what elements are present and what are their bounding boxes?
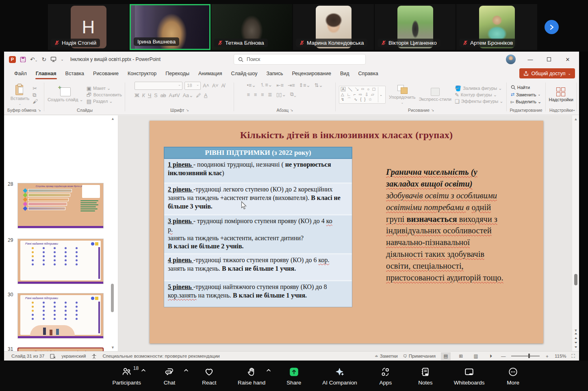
toolbar-more-button[interactable]: More <box>502 366 525 386</box>
customize-qat-icon[interactable]: ⌄ <box>61 57 64 61</box>
underline-icon[interactable]: Ч <box>148 93 151 98</box>
table-row-level-4[interactable]: 4 рівень -труднощі тяжкого ступеня прояв… <box>164 253 352 280</box>
previous-slide-button[interactable]: ⏶⏶ <box>572 332 579 341</box>
select-button[interactable]: ▻Выделить ⌄ <box>511 99 542 104</box>
participant-tile[interactable]: Вікторія Циганенко <box>375 4 456 50</box>
toolbar-share-button[interactable]: Share <box>282 366 305 386</box>
participant-tile[interactable]: ННадія Стогній <box>48 4 129 50</box>
paragraph-dialog-launcher[interactable]: ↘ <box>290 108 293 112</box>
new-slide-button[interactable]: Создать слайд ⌄ <box>48 87 83 102</box>
cut-icon[interactable]: ✂ <box>33 86 38 91</box>
line-spacing-icon[interactable]: ⇕≡⌄ <box>299 82 310 88</box>
section-button[interactable]: ▤Раздел ⌄ <box>87 99 122 104</box>
toolbar-participants-button[interactable]: 18Participants <box>112 366 141 386</box>
thumbs-scroll-down-icon[interactable]: ▼ <box>111 345 115 350</box>
maximize-button[interactable] <box>541 53 557 65</box>
tab-конструктор[interactable]: Конструктор <box>123 68 161 79</box>
table-row-level-2[interactable]: 2 рівень -труднощі легкого ступеню (КО) … <box>164 182 352 214</box>
align-center-icon[interactable]: ≡ <box>254 92 257 98</box>
zoom-in-button[interactable]: ＋ <box>545 353 550 359</box>
font-name-select[interactable] <box>135 82 182 90</box>
search-input[interactable]: Поиск <box>234 54 366 65</box>
toolbar-apps-button[interactable]: Apps <box>374 366 397 386</box>
addins-button[interactable]: Надстройки <box>549 87 573 102</box>
next-slide-button[interactable]: ⏷⏷ <box>572 341 579 350</box>
align-right-icon[interactable]: ≡ <box>261 92 264 98</box>
grow-font-icon[interactable]: A˄ <box>203 83 209 89</box>
tab-файл[interactable]: Файл <box>10 68 31 79</box>
chevron-up-icon[interactable] <box>184 369 189 372</box>
bullets-icon[interactable]: •≡⌄ <box>247 82 256 88</box>
zoom-level[interactable]: 115% <box>555 354 566 358</box>
tab-переходы[interactable]: Переходы <box>161 68 194 79</box>
tab-вид[interactable]: Вид <box>336 68 354 79</box>
next-participants-page-button[interactable] <box>545 20 559 34</box>
replace-button[interactable]: ⇄Заменить⌄ <box>511 92 542 97</box>
scrollbar-thumb[interactable] <box>574 274 577 285</box>
shapes-gallery-more-icon[interactable]: ⌄ <box>378 87 384 102</box>
slide-thumbnail-panel[interactable]: 28Ступінь прояву труднощів може бути різ… <box>4 115 118 351</box>
thumbs-scrollbar[interactable] <box>111 284 114 312</box>
char-spacing-icon[interactable]: A⇄V <box>169 92 180 98</box>
slide-right-textbox[interactable]: Гранична чисельність (у закладах вищої о… <box>386 166 506 284</box>
slide-number-indicator[interactable]: Слайд 31 из 37 <box>11 354 44 358</box>
shape-outline-button[interactable]: ✎Контур фигуры ⌄ <box>455 92 503 98</box>
toolbar-react-button[interactable]: React <box>198 366 221 386</box>
change-case-icon[interactable]: Aa⌄ <box>183 92 193 98</box>
justify-icon[interactable]: ≣ <box>268 91 272 98</box>
powerpoint-logo-icon[interactable]: P <box>9 56 16 63</box>
slide-area-scrollbar[interactable]: ▲ ▼ ⏶⏶ ⏷⏷ <box>572 115 579 351</box>
tab-справка[interactable]: Справка <box>354 68 383 79</box>
spell-check-icon[interactable] <box>50 354 56 359</box>
highlight-icon[interactable]: 🖉 <box>196 93 201 98</box>
chevron-up-icon[interactable] <box>141 369 146 372</box>
start-slideshow-icon[interactable] <box>50 56 56 62</box>
smartart-convert-icon[interactable]: ⧉⌄ <box>290 91 296 98</box>
shape-fill-button[interactable]: 🪣Заливка фигуры ⌄ <box>455 86 503 91</box>
decrease-indent-icon[interactable]: ⇤≡ <box>276 82 284 88</box>
strikethrough-icon[interactable]: ab <box>161 93 166 98</box>
increase-indent-icon[interactable]: ⇥≡ <box>288 82 295 88</box>
accessibility-status[interactable]: Специальные возможности: проверьте реком… <box>102 354 219 358</box>
font-size-select[interactable]: 18 <box>184 82 201 90</box>
slide-sorter-view-button[interactable]: ⊞ <box>456 352 466 360</box>
participant-tile[interactable]: Ірина Вишнева <box>130 4 210 50</box>
redo-icon[interactable]: ↻ <box>41 56 46 63</box>
tab-слайд-шоу[interactable]: Слайд-шоу <box>227 68 262 79</box>
tab-главная[interactable]: Главная <box>31 68 61 79</box>
account-avatar[interactable] <box>506 54 516 64</box>
drawing-dialog-launcher[interactable]: ↘ <box>431 108 434 112</box>
reading-view-button[interactable]: ▥ <box>471 352 481 360</box>
align-left-icon[interactable]: ≡ <box>247 92 250 98</box>
toolbar-ai-button[interactable]: AI Companion <box>322 366 357 386</box>
participant-tile[interactable]: Тетяна Блінова <box>211 4 292 50</box>
text-direction-icon[interactable]: ⇅⌄ <box>315 82 323 88</box>
fit-to-window-icon[interactable]: ⛶ <box>572 353 575 359</box>
participant-tile[interactable]: Марина Колендовська <box>293 4 374 50</box>
tab-рецензирование[interactable]: Рецензирование <box>287 68 336 79</box>
table-row-level-3[interactable]: 3 рівень - труднощі помірного ступеня пр… <box>164 214 352 253</box>
shapes-gallery[interactable]: 🄰 ╲ ↘ ▭ ○ ▢ △ ∟ ⌐ ⇨ ⇩ ▱ ↯ ⌒ ∿ { } ☆ ⌄ <box>339 86 386 104</box>
paste-button[interactable]: Вставить⌄ <box>11 84 30 106</box>
slide-thumbnail-30[interactable]: Рівні надання підтримки <box>17 293 104 339</box>
notes-toggle[interactable]: ≐Заметки <box>375 354 397 358</box>
scroll-up-icon[interactable]: ▲ <box>572 117 579 121</box>
quick-styles-button[interactable]: Экспресс-стили <box>419 88 451 102</box>
collapse-ribbon-icon[interactable]: ⌄ <box>572 107 576 112</box>
italic-icon[interactable]: К <box>142 93 145 98</box>
minimize-button[interactable]: — <box>522 53 538 65</box>
find-button[interactable]: Найти <box>511 85 542 90</box>
share-access-button[interactable]: Общий доступ ⌄ <box>519 68 575 78</box>
normal-view-button[interactable]: ▤ <box>441 352 451 360</box>
support-levels-table[interactable]: РІВНІ ПІДТРИМКИ (з 2022 року) 1 рівень -… <box>164 147 352 307</box>
shadow-icon[interactable]: S <box>154 93 157 98</box>
numbering-icon[interactable]: ⒈≡⌄ <box>260 82 272 89</box>
font-dialog-launcher[interactable]: ↘ <box>186 108 189 112</box>
toolbar-raise-hand-button[interactable]: Raise hand <box>238 366 265 386</box>
zoom-slider[interactable] <box>511 356 540 356</box>
slide-thumbnail-28[interactable]: Ступінь прояву труднощів може бути різни… <box>17 183 104 228</box>
slide-title[interactable]: Кількість дітей в інклюзивних класах (гр… <box>150 130 543 141</box>
format-painter-icon[interactable]: 🖌 <box>33 99 38 104</box>
zoom-slider-thumb[interactable] <box>528 354 530 358</box>
toolbar-whiteboards-button[interactable]: Whiteboards <box>454 366 485 386</box>
